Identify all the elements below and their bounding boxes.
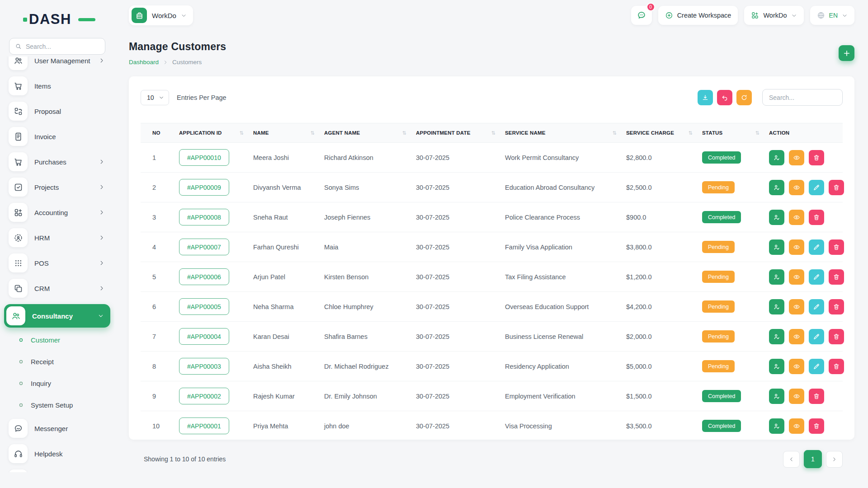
assign-agent-button[interactable] xyxy=(769,180,784,195)
delete-button[interactable] xyxy=(829,359,844,374)
edit-button[interactable] xyxy=(809,180,824,195)
workdo-menu-button[interactable]: WorkDo xyxy=(744,6,803,25)
view-button[interactable] xyxy=(789,210,804,225)
application-id-badge[interactable]: #APP00007 xyxy=(179,239,229,255)
edit-button[interactable] xyxy=(809,239,824,255)
export-button[interactable] xyxy=(698,90,713,105)
edit-button[interactable] xyxy=(809,329,824,344)
sidebar-item-purchases[interactable]: Purchases xyxy=(6,152,108,171)
sidebar-item-accounting[interactable]: Accounting xyxy=(6,203,108,222)
bullet-icon xyxy=(19,381,24,386)
assign-agent-button[interactable] xyxy=(769,418,784,434)
delete-button[interactable] xyxy=(809,150,824,165)
view-button[interactable] xyxy=(789,150,804,165)
sidebar-item-items[interactable]: Items xyxy=(6,76,108,95)
assign-agent-button[interactable] xyxy=(769,269,784,285)
sidebar-item-invoice[interactable]: Invoice xyxy=(6,127,108,146)
trash-icon xyxy=(833,303,840,310)
create-workspace-button[interactable]: Create Workspace xyxy=(658,6,738,25)
edit-button[interactable] xyxy=(809,299,824,314)
sidebar-item-projects[interactable]: Projects xyxy=(6,178,108,197)
assign-agent-button[interactable] xyxy=(769,359,784,374)
view-button[interactable] xyxy=(789,359,804,374)
sidebar-item-user-management[interactable]: User Management xyxy=(6,56,108,70)
brand-logo: DASH xyxy=(29,10,92,29)
application-id-badge[interactable]: #APP00010 xyxy=(179,149,229,166)
column-header-application-id[interactable]: APPLICATION ID⇅ xyxy=(176,130,250,136)
delete-button[interactable] xyxy=(829,180,844,195)
service-charge: $2,500.0 xyxy=(623,184,699,191)
sidebar-item-settings[interactable]: Settings xyxy=(6,469,108,472)
view-button[interactable] xyxy=(789,269,804,285)
application-id-badge[interactable]: #APP00002 xyxy=(179,388,229,404)
messages-button[interactable]: 0 xyxy=(631,6,652,25)
application-id-badge[interactable]: #APP00005 xyxy=(179,298,229,315)
sidebar-item-messenger[interactable]: Messenger xyxy=(6,419,108,438)
trash-icon xyxy=(813,422,820,430)
plus-icon xyxy=(843,49,851,57)
assign-agent-button[interactable] xyxy=(769,239,784,255)
column-header-appointment-date[interactable]: APPOINTMENT DATE⇅ xyxy=(413,130,502,136)
user-check-icon xyxy=(773,184,780,191)
language-selector[interactable]: EN xyxy=(810,6,854,25)
view-button[interactable] xyxy=(789,180,804,195)
sidebar-subitem-inquiry[interactable]: Inquiry xyxy=(6,375,108,391)
delete-button[interactable] xyxy=(829,329,844,344)
delete-button[interactable] xyxy=(809,418,824,434)
prev-page-button[interactable] xyxy=(783,451,800,468)
reset-button[interactable] xyxy=(717,90,732,105)
refresh-button[interactable] xyxy=(736,90,752,105)
assign-agent-button[interactable] xyxy=(769,299,784,314)
assign-agent-button[interactable] xyxy=(769,210,784,225)
column-header-name[interactable]: NAME⇅ xyxy=(250,130,321,136)
delete-button[interactable] xyxy=(809,210,824,225)
column-header-no: NO xyxy=(141,130,176,136)
delete-button[interactable] xyxy=(809,389,824,404)
appointment-date: 30-07-2025 xyxy=(413,422,502,430)
application-id-badge[interactable]: #APP00003 xyxy=(179,358,229,375)
view-button[interactable] xyxy=(789,299,804,314)
edit-button[interactable] xyxy=(809,359,824,374)
user-check-icon xyxy=(773,214,780,221)
sidebar-item-crm[interactable]: CRM xyxy=(6,279,108,298)
delete-button[interactable] xyxy=(829,239,844,255)
table-row: 8 #APP00003 Aisha Sheikh Dr. Michael Rod… xyxy=(141,352,843,381)
assign-agent-button[interactable] xyxy=(769,389,784,404)
next-page-button[interactable] xyxy=(826,451,843,468)
sidebar-search-input[interactable] xyxy=(26,43,99,50)
application-id-badge[interactable]: #APP00004 xyxy=(179,328,229,345)
edit-button[interactable] xyxy=(809,269,824,285)
sidebar-item-proposal[interactable]: Proposal xyxy=(6,102,108,121)
sidebar-subitem-system-setup[interactable]: System Setup xyxy=(6,397,108,413)
breadcrumb-dashboard[interactable]: Dashboard xyxy=(129,59,159,66)
view-button[interactable] xyxy=(789,389,804,404)
view-button[interactable] xyxy=(789,418,804,434)
sidebar-item-consultancy[interactable]: Consultancy xyxy=(4,304,110,328)
status-badge: Completed xyxy=(702,420,741,432)
workspace-selector[interactable]: WorkDo xyxy=(129,5,193,25)
table-search-input[interactable] xyxy=(762,89,843,106)
application-id-badge[interactable]: #APP00008 xyxy=(179,209,229,225)
view-button[interactable] xyxy=(789,329,804,344)
view-button[interactable] xyxy=(789,239,804,255)
entries-per-page-select[interactable]: 10 xyxy=(141,90,169,105)
application-id-badge[interactable]: #APP00001 xyxy=(179,418,229,434)
sidebar-subitem-receipt[interactable]: Receipt xyxy=(6,354,108,369)
appointment-date: 30-07-2025 xyxy=(413,393,502,400)
assign-agent-button[interactable] xyxy=(769,329,784,344)
column-header-agent-name[interactable]: AGENT NAME⇅ xyxy=(321,130,413,136)
page-1-button[interactable]: 1 xyxy=(804,450,822,468)
application-id-badge[interactable]: #APP00009 xyxy=(179,179,229,196)
sidebar-item-helpdesk[interactable]: Helpdesk xyxy=(6,444,108,463)
sidebar-item-pos[interactable]: POS xyxy=(6,253,108,272)
add-customer-button[interactable] xyxy=(839,45,854,61)
sidebar-item-hrm[interactable]: HRM xyxy=(6,228,108,247)
sidebar-subitem-customer[interactable]: Customer xyxy=(6,332,108,347)
column-header-status[interactable]: STATUS⇅ xyxy=(699,130,766,136)
delete-button[interactable] xyxy=(829,299,844,314)
application-id-badge[interactable]: #APP00006 xyxy=(179,268,229,285)
assign-agent-button[interactable] xyxy=(769,150,784,165)
delete-button[interactable] xyxy=(829,269,844,285)
column-header-service-name[interactable]: SERVICE NAME⇅ xyxy=(502,130,623,136)
column-header-service-charge[interactable]: SERVICE CHARGE⇅ xyxy=(623,130,699,136)
